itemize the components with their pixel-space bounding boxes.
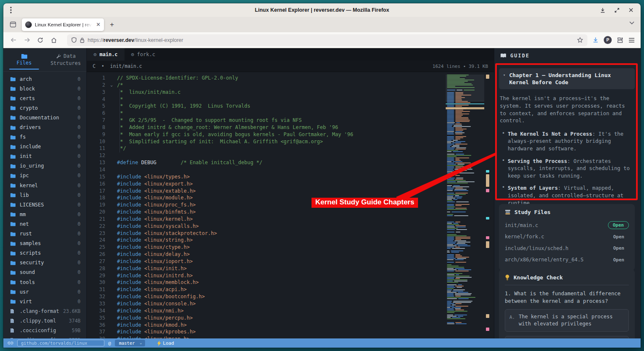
chapter-header[interactable]: ▾ Chapter 1 — Understanding Linux Kernel… <box>499 68 635 89</box>
code-line[interactable]: 4 * <box>87 96 494 103</box>
open-button[interactable]: Open <box>608 221 629 229</box>
file-tree-row[interactable]: sound0 <box>3 268 86 277</box>
open-button[interactable]: Open <box>609 233 629 240</box>
file-tree-row[interactable]: drivers0 <box>3 122 86 132</box>
titlebar[interactable]: Linux Kernel Explorer | reverser.dev — M… <box>3 3 641 17</box>
code-line[interactable]: 2⌄/* <box>87 82 494 89</box>
code-line[interactable]: 31#include <linux/acpi.h> <box>87 286 494 293</box>
file-tree-row[interactable]: usr0 <box>3 287 86 297</box>
code-line[interactable]: 37#include <linux/kprobes.h> <box>87 328 494 336</box>
code-line[interactable]: 10 * Simplified starting of init: Michae… <box>87 138 494 145</box>
file-tree-row[interactable]: fs0 <box>3 132 86 142</box>
list-all-tabs-icon[interactable] <box>629 21 635 25</box>
menu-hamburger-icon[interactable] <box>628 38 635 43</box>
code-line[interactable]: 28#include <linux/init.h> <box>87 265 494 272</box>
extensions-puzzle-icon[interactable] <box>617 37 623 44</box>
profile-badge[interactable]: P <box>604 36 612 44</box>
code-line[interactable]: 19#include <linux/proc_fs.h> <box>87 201 494 209</box>
fold-chevron-icon[interactable]: ⌄ <box>110 82 117 89</box>
file-tree-row[interactable]: io_uring0 <box>3 161 86 171</box>
editor-tab-main-c[interactable]: ⚙ main.c <box>87 48 125 61</box>
file-tree-row[interactable]: .clang-format23.6KB <box>3 306 86 316</box>
code-line[interactable]: 30#include <linux/memblock.h> <box>87 279 494 286</box>
sidebar-tab-data-structures[interactable]: Data Structures <box>45 48 86 71</box>
file-tree-row[interactable]: scripts0 <box>3 248 86 258</box>
code-line[interactable]: 17#include <linux/extable.h> <box>87 188 494 195</box>
code-line[interactable]: 32#include <linux/bootconfig.h> <box>87 293 494 300</box>
repo-url-input[interactable] <box>17 340 104 346</box>
code-line[interactable]: 3 * linux/init/main.c <box>87 89 494 96</box>
file-tree-row[interactable]: crypto0 <box>3 103 86 113</box>
file-tree-row[interactable]: net0 <box>3 219 86 229</box>
browser-tab[interactable]: Linux Kernel Explorer | reverser ✕ <box>22 18 104 31</box>
maximize-button[interactable] <box>611 5 622 15</box>
code-line[interactable]: 34#include <linux/nmi.h> <box>87 307 494 315</box>
code-line[interactable]: 7 * GK 2/5/95 - Changed to support mount… <box>87 117 494 124</box>
load-button[interactable]: Load <box>157 341 174 346</box>
code-line[interactable]: 20#include <linux/binfmts.h> <box>87 209 494 216</box>
new-tab-button[interactable]: + <box>106 21 117 29</box>
file-tree-row[interactable]: arch0 <box>3 74 86 84</box>
file-tree-row[interactable]: block0 <box>3 84 86 93</box>
downloads-icon[interactable] <box>592 37 599 43</box>
code-line[interactable]: 23#include <linux/stackprotector.h> <box>87 230 494 237</box>
code-line[interactable]: 27#include <linux/ioport.h> <box>87 258 494 265</box>
window-menu-icon[interactable] <box>10 6 12 14</box>
lock-icon[interactable] <box>80 37 85 43</box>
file-tree-row[interactable]: .clippy.toml374B <box>3 316 86 325</box>
code-line[interactable]: 14 <box>87 166 494 173</box>
file-tree-row[interactable]: virt0 <box>3 297 86 306</box>
url-bar[interactable]: https://reverser.dev/linux-kernel-explor… <box>67 34 587 46</box>
file-tree-row[interactable]: lib0 <box>3 190 86 200</box>
code-line[interactable]: 35#include <linux/percpu.h> <box>87 315 494 322</box>
answer-option[interactable]: A.The kernel is a special process with e… <box>505 309 629 332</box>
code-area[interactable]: 1// SPDX-License-Identifier: GPL-2.0-onl… <box>87 72 494 338</box>
code-line[interactable]: 11 */ <box>87 145 494 152</box>
file-tree-row[interactable]: ipc0 <box>3 171 86 181</box>
back-icon[interactable] <box>8 34 19 46</box>
minimize-button[interactable] <box>597 5 608 15</box>
file-tree-row[interactable]: tools0 <box>3 277 86 287</box>
code-line[interactable]: 33#include <linux/console.h> <box>87 300 494 307</box>
code-line[interactable]: 26#include <linux/delay.h> <box>87 251 494 258</box>
branch-select[interactable]: master ⌄ <box>115 340 145 346</box>
tab-close-icon[interactable]: ✕ <box>96 21 101 28</box>
reload-icon[interactable] <box>34 34 46 46</box>
editor-tab-fork-c[interactable]: ⚙ fork.c <box>125 48 162 61</box>
sidebar-tab-files[interactable]: Files <box>3 48 45 71</box>
shield-icon[interactable] <box>71 37 77 43</box>
code-line[interactable]: 13#define DEBUG /* Enable initcall_debug… <box>87 159 494 166</box>
code-line[interactable]: 15#include <linux/types.h> <box>87 173 494 181</box>
bookmark-star-icon[interactable] <box>577 37 583 43</box>
minimap[interactable] <box>446 75 484 337</box>
close-button[interactable] <box>626 5 636 15</box>
file-tree-row[interactable]: certs0 <box>3 93 86 103</box>
code-line[interactable]: 21#include <linux/kernel.h> <box>87 216 494 223</box>
code-line[interactable]: 29#include <linux/initrd.h> <box>87 272 494 279</box>
code-line[interactable]: 12 <box>87 152 494 159</box>
code-line[interactable]: 38#include <linux/kmsan.h> <box>87 336 494 338</box>
forward-icon[interactable] <box>21 34 33 46</box>
code-line[interactable]: 16#include <linux/export.h> <box>87 181 494 188</box>
home-icon[interactable] <box>48 34 60 46</box>
code-line[interactable]: 5 * Copyright (C) 1991, 1992 Linus Torva… <box>87 103 494 110</box>
code-line[interactable]: 25#include <linux/ctype.h> <box>87 244 494 251</box>
file-tree-row[interactable]: include0 <box>3 142 86 152</box>
code-line[interactable]: 36#include <linux/kmod.h> <box>87 322 494 329</box>
code-line[interactable]: 9 * Moan early if gcc is old, avoiding b… <box>87 131 494 138</box>
file-tree-row[interactable]: kernel0 <box>3 181 86 190</box>
file-tree-row[interactable]: .cocciconfig59B <box>3 325 86 335</box>
code-line[interactable]: 1// SPDX-License-Identifier: GPL-2.0-onl… <box>87 75 494 82</box>
file-tree-row[interactable]: Documentation0 <box>3 113 86 122</box>
code-line[interactable]: 22#include <linux/syscalls.h> <box>87 223 494 230</box>
code-line[interactable]: 6 * <box>87 110 494 117</box>
file-tree-row[interactable]: rust0 <box>3 229 86 239</box>
file-tree-row[interactable]: LICENSES0 <box>3 200 86 209</box>
file-tree-row[interactable]: init0 <box>3 152 86 161</box>
file-tree-row[interactable]: mm0 <box>3 209 86 219</box>
open-button[interactable]: Open <box>609 245 629 252</box>
file-tree-row[interactable]: samples0 <box>3 239 86 248</box>
firefox-view-icon[interactable] <box>7 19 19 31</box>
minimap-viewport[interactable] <box>446 75 484 101</box>
code-line[interactable]: 18#include <linux/module.h> <box>87 194 494 201</box>
